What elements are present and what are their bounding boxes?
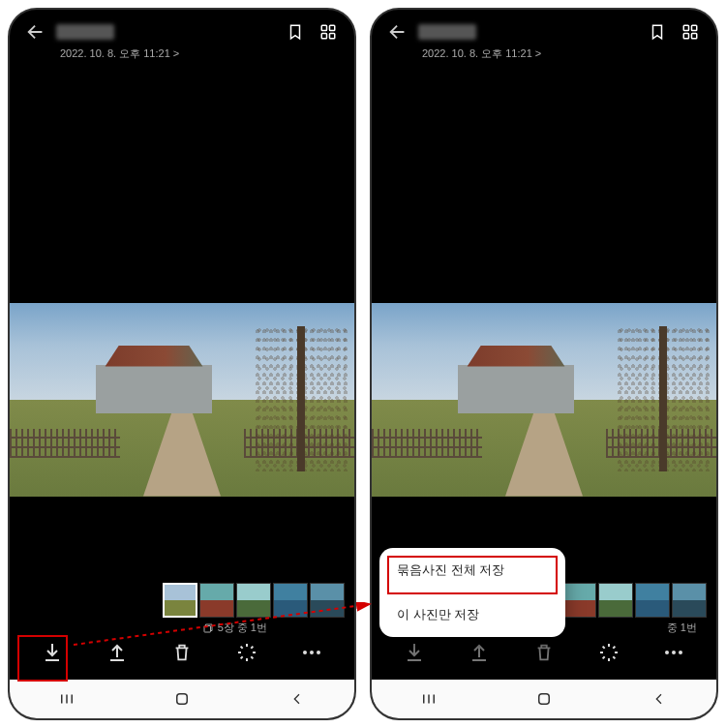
phone-screen-right: 2022. 10. 8. 오후 11:21 > 중 1번 bbox=[370, 8, 718, 720]
svg-rect-9 bbox=[683, 25, 688, 30]
grid-icon[interactable] bbox=[681, 23, 699, 41]
svg-point-6 bbox=[310, 651, 314, 654]
nav-home[interactable] bbox=[529, 684, 559, 713]
svg-rect-10 bbox=[692, 25, 697, 30]
popup-save-this[interactable]: 이 사진만 저장 bbox=[379, 592, 565, 637]
svg-point-5 bbox=[303, 651, 307, 654]
svg-rect-1 bbox=[330, 25, 335, 30]
more-button[interactable] bbox=[660, 639, 687, 666]
bookmark-icon[interactable] bbox=[287, 23, 304, 41]
edit-button[interactable] bbox=[595, 639, 622, 666]
nav-home[interactable] bbox=[167, 684, 197, 713]
photo-viewer[interactable] bbox=[10, 125, 354, 625]
popup-save-all[interactable]: 묶음사진 전체 저장 bbox=[379, 548, 565, 592]
timestamp[interactable]: 2022. 10. 8. 오후 11:21 > bbox=[372, 46, 716, 67]
svg-rect-11 bbox=[683, 34, 688, 39]
svg-point-14 bbox=[672, 651, 676, 654]
nav-back[interactable] bbox=[283, 684, 312, 713]
svg-point-7 bbox=[317, 651, 320, 654]
save-popup: 묶음사진 전체 저장 이 사진만 저장 bbox=[379, 548, 565, 637]
grid-icon[interactable] bbox=[319, 23, 337, 41]
nav-back[interactable] bbox=[645, 684, 674, 713]
svg-point-13 bbox=[665, 651, 669, 654]
thumb-3[interactable] bbox=[598, 583, 633, 618]
svg-line-17 bbox=[74, 604, 370, 645]
timestamp[interactable]: 2022. 10. 8. 오후 11:21 > bbox=[10, 46, 354, 67]
trash-button[interactable] bbox=[530, 639, 558, 666]
android-nav-bar bbox=[372, 680, 716, 718]
title-redacted bbox=[56, 24, 114, 40]
back-button[interactable] bbox=[387, 21, 408, 43]
back-button[interactable] bbox=[25, 21, 46, 43]
svg-rect-0 bbox=[321, 25, 326, 30]
bookmark-icon[interactable] bbox=[649, 23, 666, 41]
download-button[interactable] bbox=[401, 639, 428, 666]
svg-rect-3 bbox=[330, 34, 335, 39]
download-button[interactable] bbox=[39, 639, 66, 666]
svg-point-15 bbox=[679, 651, 682, 654]
svg-rect-2 bbox=[321, 34, 326, 39]
nav-recent[interactable] bbox=[414, 684, 443, 713]
annotation-arrow bbox=[74, 602, 374, 647]
top-bar bbox=[10, 10, 354, 46]
top-bar bbox=[372, 10, 716, 46]
svg-rect-8 bbox=[177, 694, 188, 705]
strip-caption: 중 1번 bbox=[667, 621, 697, 635]
share-button[interactable] bbox=[466, 639, 493, 666]
svg-rect-16 bbox=[539, 694, 550, 705]
thumb-5[interactable] bbox=[672, 583, 707, 618]
nav-recent[interactable] bbox=[52, 684, 81, 713]
svg-rect-12 bbox=[692, 34, 697, 39]
title-redacted bbox=[418, 24, 476, 40]
thumb-4[interactable] bbox=[635, 583, 670, 618]
thumb-2[interactable] bbox=[561, 583, 596, 618]
android-nav-bar bbox=[10, 680, 354, 718]
